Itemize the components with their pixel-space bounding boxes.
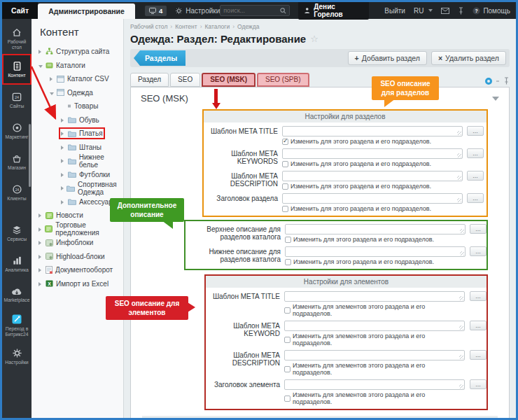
resize-grip-icon[interactable] bbox=[459, 384, 463, 388]
tab-seo[interactable]: SEO bbox=[170, 73, 200, 87]
expand-icon[interactable] bbox=[61, 144, 65, 151]
top-description-input[interactable] bbox=[285, 224, 465, 234]
tree-item-highload[interactable]: Highload-блоки bbox=[31, 250, 123, 264]
sidebar-item-desktop[interactable]: Рабочий стол bbox=[2, 23, 31, 54]
form-settings-icon[interactable] bbox=[485, 78, 492, 85]
tree-item-platya[interactable]: Платья bbox=[31, 127, 123, 141]
expand-icon[interactable] bbox=[61, 116, 65, 124]
change-for-section-checkbox[interactable] bbox=[282, 161, 288, 167]
sidebar-item-content[interactable]: Контент bbox=[2, 54, 31, 85]
sidebar-item-services[interactable]: Сервисы bbox=[2, 218, 31, 248]
tab-admin[interactable]: Администрирование bbox=[38, 4, 135, 19]
more-button[interactable]: ... bbox=[470, 350, 486, 360]
tree-item-obuv[interactable]: Обувь bbox=[31, 113, 123, 127]
tree-item-import-excel[interactable]: XИмпорт из Excel bbox=[31, 277, 123, 291]
element-meta-title-input[interactable] bbox=[284, 291, 465, 302]
tree-item-catalog-csv[interactable]: Каталог CSV bbox=[31, 72, 123, 86]
tree-item-structure[interactable]: Структура сайта bbox=[31, 45, 123, 59]
meta-title-input[interactable] bbox=[282, 126, 463, 136]
change-for-section-checkbox[interactable] bbox=[285, 259, 291, 265]
tree-item-nizhnee-belye[interactable]: Нижнее белье bbox=[31, 154, 123, 168]
sidebar-item-settings[interactable]: Настройки bbox=[2, 341, 31, 372]
tree-item-catalogs[interactable]: Каталоги bbox=[31, 59, 123, 73]
sidebar-item-shop[interactable]: Магазин bbox=[2, 146, 31, 177]
topbar-settings[interactable]: Настройки bbox=[175, 7, 220, 15]
resize-grip-icon[interactable] bbox=[457, 131, 461, 135]
tree-item-futbolki[interactable]: Футболки bbox=[31, 168, 123, 182]
notifications-badge[interactable]: 4 bbox=[145, 6, 167, 16]
resize-grip-icon[interactable] bbox=[460, 229, 464, 233]
resize-grip-icon[interactable] bbox=[457, 198, 461, 202]
breadcrumb-item[interactable]: Одежда bbox=[232, 23, 259, 30]
pin-icon[interactable] bbox=[503, 77, 510, 85]
change-for-section-checkbox[interactable] bbox=[285, 237, 291, 243]
element-meta-keyword-input[interactable] bbox=[284, 321, 465, 331]
more-button[interactable]: ... bbox=[467, 126, 484, 136]
sidebar-item-marketplace[interactable]: Marketplace bbox=[2, 279, 31, 310]
delete-section-button[interactable]: ×Удалить раздел bbox=[431, 51, 506, 65]
breadcrumb-item[interactable]: Контент bbox=[170, 23, 197, 30]
back-to-sections-button[interactable]: Разделы bbox=[134, 50, 186, 66]
tree-item-torgovye[interactable]: Торговые предложения bbox=[31, 223, 123, 237]
collapse-icon[interactable] bbox=[38, 62, 43, 69]
language-select[interactable]: RU bbox=[414, 7, 433, 15]
resize-grip-icon[interactable] bbox=[459, 355, 463, 359]
change-for-elements-checkbox[interactable] bbox=[284, 396, 290, 402]
more-button[interactable]: ... bbox=[467, 171, 484, 181]
tree-item-tovary[interactable]: Товары bbox=[31, 99, 123, 113]
sidebar-scrollbar[interactable] bbox=[29, 124, 31, 187]
expand-icon[interactable] bbox=[61, 157, 65, 164]
expand-icon[interactable] bbox=[38, 253, 43, 260]
section-title-input[interactable] bbox=[282, 193, 463, 204]
change-for-elements-checkbox[interactable] bbox=[284, 337, 290, 343]
resize-grip-icon[interactable] bbox=[460, 251, 464, 255]
collapse-chevron-icon[interactable] bbox=[492, 97, 499, 101]
search-box[interactable] bbox=[220, 5, 290, 16]
expand-icon[interactable] bbox=[61, 171, 65, 178]
more-button[interactable]: ... bbox=[470, 224, 486, 234]
meta-description-input[interactable] bbox=[282, 171, 463, 181]
meta-keywords-input[interactable] bbox=[282, 148, 463, 159]
expand-icon[interactable] bbox=[38, 266, 43, 274]
change-for-section-checkbox[interactable] bbox=[282, 206, 288, 212]
add-section-button[interactable]: +Добавить раздел bbox=[348, 51, 427, 65]
more-button[interactable]: ... bbox=[467, 193, 484, 203]
expand-icon[interactable] bbox=[38, 239, 43, 246]
more-button[interactable]: ... bbox=[470, 291, 486, 301]
change-for-elements-checkbox[interactable] bbox=[284, 366, 290, 372]
favorite-star-icon[interactable]: ☆ bbox=[310, 34, 318, 44]
expand-icon[interactable] bbox=[38, 225, 42, 233]
pin-button[interactable] bbox=[458, 7, 464, 15]
tree-item-odezhda[interactable]: Одежда bbox=[31, 86, 123, 100]
sidebar-item-sites[interactable]: 24 Сайты bbox=[2, 85, 31, 115]
sidebar-item-analytics[interactable]: Аналитика bbox=[2, 248, 31, 279]
tab-seo-spb[interactable]: SEO (SPB) bbox=[257, 73, 309, 87]
expand-icon[interactable] bbox=[38, 211, 43, 219]
tab-site[interactable]: Сайт bbox=[2, 2, 38, 19]
tree-item-infobloki[interactable]: Инфоблоки bbox=[31, 236, 123, 250]
resize-grip-icon[interactable] bbox=[459, 296, 463, 300]
expand-icon[interactable] bbox=[38, 280, 43, 288]
tab-razdel[interactable]: Раздел bbox=[130, 73, 169, 87]
collapse-icon[interactable] bbox=[50, 89, 54, 97]
breadcrumb-item[interactable]: Рабочий стол bbox=[130, 23, 167, 30]
sidebar-item-bitrix24[interactable]: Переход в Битрикс24 bbox=[2, 310, 31, 341]
sidebar-item-clients[interactable]: 24 Клиенты bbox=[2, 177, 31, 208]
more-button[interactable]: ... bbox=[470, 246, 486, 256]
bottom-description-input[interactable] bbox=[285, 246, 465, 257]
element-title-input[interactable] bbox=[284, 379, 465, 390]
resize-grip-icon[interactable] bbox=[459, 326, 463, 330]
expand-icon[interactable] bbox=[61, 198, 65, 206]
expand-icon[interactable] bbox=[38, 48, 43, 55]
resize-grip-icon[interactable] bbox=[457, 153, 461, 158]
logout-link[interactable]: Выйти bbox=[384, 7, 405, 15]
element-meta-description-input[interactable] bbox=[284, 350, 465, 360]
mail-button[interactable] bbox=[441, 8, 449, 14]
tree-item-dokumentooborot[interactable]: Документооборот bbox=[31, 263, 123, 277]
change-for-elements-checkbox[interactable] bbox=[284, 307, 290, 314]
expand-icon[interactable] bbox=[61, 130, 65, 137]
expand-icon[interactable] bbox=[50, 75, 54, 83]
expand-icon[interactable] bbox=[61, 184, 64, 192]
change-for-section-checkbox[interactable] bbox=[282, 139, 288, 145]
sidebar-item-marketing[interactable]: Маркетинг bbox=[2, 115, 31, 146]
